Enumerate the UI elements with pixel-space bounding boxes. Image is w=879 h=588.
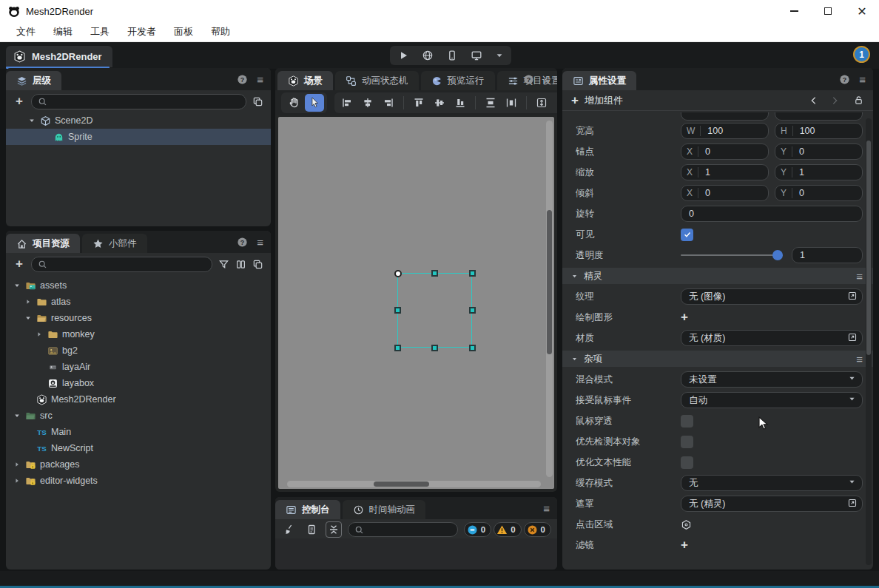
tab-动画状态机[interactable]: 动画状态机 (335, 71, 419, 90)
add-滤镜-button[interactable]: + (681, 538, 688, 552)
tool-stretch-v[interactable] (532, 94, 551, 112)
input-缩放-2[interactable]: Y1 (775, 164, 863, 180)
help-icon[interactable]: ? (523, 74, 534, 85)
hit-area-button[interactable] (681, 519, 692, 530)
tool-hand[interactable] (284, 94, 303, 112)
inspector-scroll-thumb[interactable] (866, 141, 871, 355)
select-缓存模式[interactable]: 无 (681, 475, 863, 491)
ref-picker-icon[interactable] (847, 498, 858, 508)
assets-search-input[interactable] (31, 257, 212, 272)
tree-item-assets[interactable]: assets (6, 277, 271, 294)
tab-hierarchy[interactable]: 层级 (6, 71, 61, 90)
input-clipped-1[interactable] (681, 112, 769, 121)
inspector-scrollbar[interactable] (866, 118, 872, 565)
tree-item-packages[interactable]: packages (6, 456, 271, 473)
scene-canvas[interactable] (278, 117, 554, 489)
checkbox-鼠标穿透[interactable] (681, 415, 693, 428)
tree-item-resources[interactable]: resources (6, 310, 271, 326)
input-倾斜-2[interactable]: Y0 (775, 185, 863, 201)
tree-item-scene2d[interactable]: Scene2D (6, 112, 271, 129)
selection-handle[interactable] (431, 270, 438, 277)
selection-rect[interactable] (397, 273, 472, 348)
ref-picker-icon[interactable] (847, 291, 858, 301)
copy-log-icon[interactable] (303, 521, 320, 538)
tree-item-mesh2drender[interactable]: Mesh2DRender (6, 391, 271, 408)
tab-inspector[interactable]: 属性设置 (562, 71, 636, 90)
tab-小部件[interactable]: 小部件 (82, 234, 147, 253)
canvas-vscrollbar[interactable] (546, 121, 553, 477)
tab-时间轴动画[interactable]: 时间轴动画 (343, 500, 426, 519)
console-log-area[interactable] (275, 538, 557, 570)
panel-menu-icon[interactable]: ≡ (257, 73, 263, 86)
tool-stretch-h[interactable] (553, 94, 557, 112)
canvas-hscrollbar[interactable] (287, 481, 541, 487)
panel-menu-icon[interactable]: ≡ (543, 502, 550, 515)
tab-控制台[interactable]: 控制台 (275, 500, 340, 519)
console-search-input[interactable] (348, 522, 458, 537)
panel-menu-icon[interactable]: ≡ (543, 73, 550, 86)
menu-item-0[interactable]: 文件 (7, 22, 44, 42)
tree-item-layaair[interactable]: layaAir (6, 359, 271, 375)
slider-透明度[interactable] (681, 250, 783, 260)
tool-align-right[interactable] (379, 94, 398, 112)
chevron-left-icon[interactable] (809, 95, 819, 106)
tool-distribute-h[interactable] (502, 94, 521, 112)
mobile-icon[interactable] (446, 50, 458, 61)
console-counter-info[interactable]: 0 (464, 522, 491, 537)
selection-handle[interactable] (394, 345, 401, 351)
tree-item-editor-widgets[interactable]: editor-widgets (6, 473, 271, 489)
play-icon[interactable] (397, 50, 409, 61)
help-icon[interactable]: ? (839, 74, 850, 85)
tree-item-newscript[interactable]: TS NewScript (6, 440, 271, 456)
add-node-button[interactable]: + (13, 94, 25, 109)
checkbox-优化文本性能[interactable] (681, 456, 693, 469)
filter-icon[interactable] (218, 259, 229, 270)
caret-down-icon[interactable] (495, 51, 504, 60)
ref-picker-icon[interactable] (847, 332, 858, 342)
tool-distribute-v[interactable] (481, 94, 500, 112)
ref-纹理[interactable]: 无 (图像) (681, 288, 863, 305)
clear-console-icon[interactable] (281, 521, 297, 538)
minimize-button[interactable] (777, 0, 811, 22)
chevron-right-icon[interactable] (829, 95, 840, 106)
input-旋转[interactable]: 0 (681, 206, 863, 222)
copy-icon[interactable] (252, 259, 263, 270)
tool-align-bottom[interactable] (451, 94, 470, 112)
section-menu-icon[interactable]: ≡ (856, 270, 863, 283)
add-绘制图形-button[interactable]: + (681, 310, 688, 325)
hierarchy-search-input[interactable] (31, 94, 246, 109)
tree-item-monkey[interactable]: monkey (6, 326, 271, 342)
tool-align-left[interactable] (337, 94, 357, 112)
menu-item-5[interactable]: 帮助 (202, 22, 239, 42)
ref-遮罩[interactable]: 无 (精灵) (681, 496, 863, 512)
globe-icon[interactable] (422, 50, 434, 61)
help-icon[interactable]: ? (237, 237, 248, 248)
copy-icon[interactable] (252, 96, 263, 107)
lock-icon[interactable] (853, 95, 864, 106)
input-锚点-2[interactable]: Y0 (775, 143, 863, 160)
tree-item-sprite[interactable]: Sprite (6, 129, 271, 145)
section-menu-icon[interactable]: ≡ (856, 353, 863, 365)
tab-项目资源[interactable]: 项目资源 (6, 234, 80, 253)
menu-item-2[interactable]: 工具 (81, 22, 118, 42)
hscroll-thumb[interactable] (374, 481, 429, 487)
input-clipped-2[interactable] (775, 112, 863, 121)
selection-handle[interactable] (469, 345, 476, 351)
tree-item-bg2[interactable]: bg2 (6, 342, 271, 359)
tool-align-top[interactable] (409, 94, 428, 112)
selection-handle[interactable] (394, 307, 401, 314)
anchor-point[interactable] (394, 270, 402, 277)
section-精灵[interactable]: 精灵 ≡ (562, 268, 873, 284)
tree-item-main[interactable]: TS Main (6, 424, 271, 440)
project-tab[interactable]: Mesh2DRender (6, 46, 112, 67)
selection-handle[interactable] (469, 307, 476, 314)
menu-item-4[interactable]: 面板 (165, 22, 202, 42)
panel-menu-icon[interactable]: ≡ (859, 73, 866, 86)
slider-value-透明度[interactable]: 1 (792, 247, 863, 263)
selection-handle[interactable] (431, 345, 438, 351)
input-倾斜-1[interactable]: X0 (681, 185, 769, 201)
maximize-button[interactable] (811, 0, 845, 22)
checkbox-优先检测本对象[interactable] (681, 436, 693, 448)
tab-场景[interactable]: 场景 (277, 71, 333, 90)
checkbox-可见[interactable] (681, 229, 693, 241)
